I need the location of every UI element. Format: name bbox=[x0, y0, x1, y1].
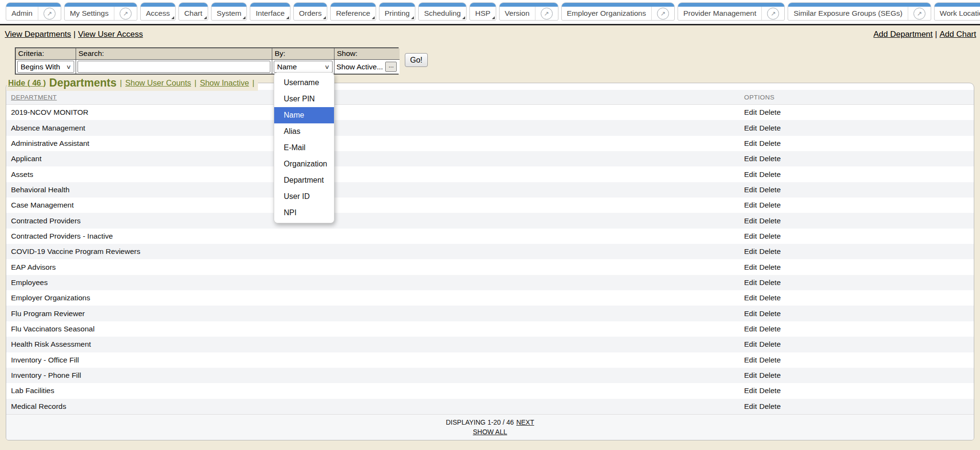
departments-panel: DEPARTMENT OPTIONS 2019-NCOV MONITOR Edi… bbox=[6, 83, 974, 440]
table-row: Employees EditDelete bbox=[6, 275, 974, 290]
view-departments-link[interactable]: View Departments bbox=[5, 30, 71, 39]
separator: | bbox=[252, 78, 254, 88]
nav-tab-scheduling[interactable]: Scheduling bbox=[418, 2, 467, 21]
department-column-header[interactable]: DEPARTMENT bbox=[11, 94, 57, 101]
by-select[interactable]: Name ∨ bbox=[274, 61, 333, 73]
tab-accent-bar bbox=[65, 3, 137, 7]
edit-link[interactable]: Edit bbox=[744, 139, 757, 147]
dropdown-item-user-id[interactable]: User ID bbox=[274, 188, 334, 205]
edit-link[interactable]: Edit bbox=[744, 278, 757, 286]
next-link[interactable]: NEXT bbox=[516, 418, 534, 426]
nav-tab-work-locations: Work Locations ↗ bbox=[934, 2, 980, 21]
view-user-access-link[interactable]: View User Access bbox=[78, 30, 143, 39]
delete-link[interactable]: Delete bbox=[759, 124, 781, 132]
separator: | bbox=[194, 78, 196, 88]
edit-link[interactable]: Edit bbox=[744, 356, 757, 364]
department-name: Lab Facilities bbox=[6, 386, 744, 395]
edit-link[interactable]: Edit bbox=[744, 186, 757, 194]
edit-link[interactable]: Edit bbox=[744, 371, 757, 379]
departments-legend: Hide ( 46 ) Departments | Show User Coun… bbox=[7, 75, 258, 91]
by-select-value: Name bbox=[277, 63, 297, 71]
add-department-link[interactable]: Add Department bbox=[873, 30, 933, 39]
tab-accent-bar bbox=[379, 3, 415, 7]
delete-link[interactable]: Delete bbox=[759, 247, 781, 255]
edit-link[interactable]: Edit bbox=[744, 340, 757, 348]
department-name: Absence Management bbox=[6, 124, 744, 132]
dropdown-item-npi[interactable]: NPI bbox=[274, 205, 334, 221]
delete-link[interactable]: Delete bbox=[759, 263, 781, 271]
department-name: EAP Advisors bbox=[6, 263, 744, 272]
delete-link[interactable]: Delete bbox=[759, 278, 781, 286]
delete-link[interactable]: Delete bbox=[759, 154, 781, 163]
go-button[interactable]: Go! bbox=[405, 53, 428, 67]
hide-count-link[interactable]: Hide ( 46 ) bbox=[8, 78, 46, 88]
delete-link[interactable]: Delete bbox=[759, 139, 781, 147]
edit-link[interactable]: Edit bbox=[744, 217, 757, 225]
nav-tab-system[interactable]: System bbox=[211, 2, 247, 21]
dropdown-item-alias[interactable]: Alias bbox=[274, 123, 334, 140]
edit-link[interactable]: Edit bbox=[744, 154, 757, 163]
delete-link[interactable]: Delete bbox=[759, 340, 781, 348]
dropdown-item-department[interactable]: Department bbox=[274, 172, 334, 188]
nav-tab-hsp[interactable]: HSP bbox=[469, 2, 496, 21]
menu-corner-icon bbox=[462, 16, 465, 19]
table-body: 2019-NCOV MONITOR EditDelete Absence Man… bbox=[6, 105, 974, 414]
nav-tab-access[interactable]: Access bbox=[140, 2, 176, 21]
dropdown-item-username[interactable]: Username bbox=[274, 75, 334, 91]
table-row: Case Management EditDelete bbox=[6, 198, 974, 213]
show-user-counts-link[interactable]: Show User Counts bbox=[125, 78, 191, 88]
nav-tab-admin: Admin ↗ bbox=[6, 2, 61, 21]
nav-tab-provider-management: Provider Management ↗ bbox=[678, 2, 785, 21]
nav-tab-orders[interactable]: Orders bbox=[293, 2, 327, 21]
nav-tab-interface[interactable]: Interface bbox=[250, 2, 290, 21]
menu-corner-icon bbox=[204, 16, 207, 19]
department-name: Inventory - Phone Fill bbox=[6, 371, 744, 380]
nav-tab-similar-exposure-groups: Similar Exposure Groups (SEGs) ↗ bbox=[788, 2, 931, 21]
criteria-select[interactable]: Begins With ∨ bbox=[17, 61, 74, 73]
delete-link[interactable]: Delete bbox=[759, 386, 781, 395]
edit-link[interactable]: Edit bbox=[744, 402, 757, 410]
dropdown-item-email[interactable]: E-Mail bbox=[274, 140, 334, 156]
delete-link[interactable]: Delete bbox=[759, 356, 781, 364]
browse-button[interactable]: ... bbox=[385, 62, 397, 72]
dropdown-item-user-pin[interactable]: User PIN bbox=[274, 91, 334, 107]
department-name: 2019-NCOV MONITOR bbox=[6, 108, 744, 117]
delete-link[interactable]: Delete bbox=[759, 217, 781, 225]
edit-link[interactable]: Edit bbox=[744, 263, 757, 271]
delete-link[interactable]: Delete bbox=[759, 170, 781, 178]
nav-tab-chart[interactable]: Chart bbox=[178, 2, 208, 21]
edit-link[interactable]: Edit bbox=[744, 294, 757, 302]
edit-link[interactable]: Edit bbox=[744, 170, 757, 178]
delete-link[interactable]: Delete bbox=[759, 201, 781, 209]
delete-link[interactable]: Delete bbox=[759, 309, 781, 318]
edit-link[interactable]: Edit bbox=[744, 386, 757, 395]
delete-link[interactable]: Delete bbox=[759, 186, 781, 194]
show-inactive-link[interactable]: Show Inactive bbox=[200, 78, 249, 88]
delete-link[interactable]: Delete bbox=[759, 108, 781, 116]
department-name: Administrative Assistant bbox=[6, 139, 744, 148]
edit-link[interactable]: Edit bbox=[744, 108, 757, 116]
edit-link[interactable]: Edit bbox=[744, 325, 757, 333]
delete-link[interactable]: Delete bbox=[759, 294, 781, 302]
show-all-link[interactable]: SHOW ALL bbox=[473, 428, 507, 436]
edit-link[interactable]: Edit bbox=[744, 201, 757, 209]
tab-accent-bar bbox=[212, 3, 247, 7]
nav-tab-reference[interactable]: Reference bbox=[330, 2, 376, 21]
edit-link[interactable]: Edit bbox=[744, 247, 757, 255]
dropdown-item-name[interactable]: Name bbox=[274, 107, 334, 123]
tab-accent-bar bbox=[562, 3, 674, 7]
delete-link[interactable]: Delete bbox=[759, 232, 781, 240]
menu-corner-icon bbox=[286, 16, 289, 19]
edit-link[interactable]: Edit bbox=[744, 309, 757, 318]
add-chart-link[interactable]: Add Chart bbox=[939, 30, 976, 39]
table-row: Health Risk Assessment EditDelete bbox=[6, 337, 974, 352]
menu-corner-icon bbox=[372, 16, 375, 19]
edit-link[interactable]: Edit bbox=[744, 124, 757, 132]
delete-link[interactable]: Delete bbox=[759, 371, 781, 379]
delete-link[interactable]: Delete bbox=[759, 325, 781, 333]
search-input[interactable] bbox=[78, 61, 270, 73]
nav-tab-printing[interactable]: Printing bbox=[379, 2, 416, 21]
edit-link[interactable]: Edit bbox=[744, 232, 757, 240]
dropdown-item-organization[interactable]: Organization bbox=[274, 156, 334, 172]
delete-link[interactable]: Delete bbox=[759, 402, 781, 410]
